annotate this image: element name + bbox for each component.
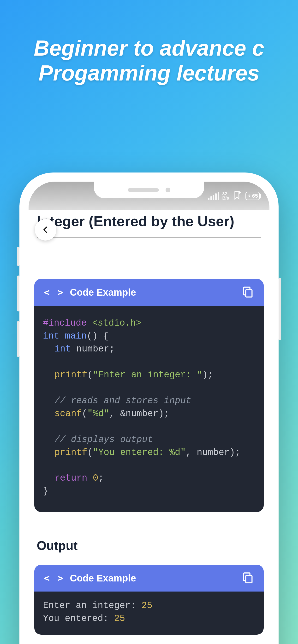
code-line: #include <stdio.h> bbox=[43, 317, 255, 330]
copy-button[interactable] bbox=[242, 286, 254, 299]
code-example-card: < > Code Example #include <stdio.h> i bbox=[34, 279, 264, 512]
code-line bbox=[43, 459, 255, 472]
copy-button[interactable] bbox=[242, 572, 254, 585]
code-line: // displays output bbox=[43, 433, 255, 446]
code-line: int main() { bbox=[43, 330, 255, 342]
code-line bbox=[43, 382, 255, 394]
code-line: printf("Enter an integer: "); bbox=[43, 368, 255, 382]
phone-side-button bbox=[278, 278, 281, 340]
code-line: // reads and stores input bbox=[43, 394, 255, 407]
code-icon: < > bbox=[44, 572, 64, 584]
phone-side-button bbox=[17, 247, 20, 266]
phone-side-button bbox=[17, 321, 20, 357]
back-button[interactable] bbox=[35, 219, 56, 240]
output-line: Enter an integer: 25 bbox=[43, 599, 255, 612]
code-line: return 0; bbox=[43, 472, 255, 485]
code-icon: < > bbox=[44, 287, 64, 298]
svg-rect-0 bbox=[246, 290, 252, 297]
phone-side-button bbox=[17, 276, 20, 312]
code-card-title: Code Example bbox=[70, 573, 136, 584]
code-line: int number; bbox=[43, 342, 255, 356]
code-body[interactable]: #include <stdio.h> int main() { int numb… bbox=[34, 306, 264, 512]
svg-rect-1 bbox=[246, 576, 252, 583]
chevron-left-icon bbox=[42, 226, 50, 234]
copy-icon bbox=[242, 286, 254, 298]
marketing-headline: Beginner to advance c Progamming lecture… bbox=[0, 36, 298, 86]
code-line: scanf("%d", &number); bbox=[43, 407, 255, 420]
code-card-header: < > Code Example bbox=[34, 279, 264, 306]
phone-screen: 32 B/s 65 Integer (Entered by the User) bbox=[29, 182, 269, 644]
page-title: Integer (Entered by the User) bbox=[29, 196, 269, 237]
code-line bbox=[43, 420, 255, 433]
code-line: } bbox=[43, 485, 255, 498]
output-body[interactable]: Enter an integer: 25 You entered: 25 bbox=[34, 592, 264, 635]
code-line: printf("You entered: %d", number); bbox=[43, 446, 255, 459]
code-card-title: Code Example bbox=[70, 287, 136, 298]
output-card: < > Code Example Enter an integer: 25 bbox=[34, 565, 264, 635]
app-content: Integer (Entered by the User) < > Code E… bbox=[29, 182, 269, 644]
copy-icon bbox=[242, 572, 254, 584]
phone-notch bbox=[94, 182, 204, 198]
code-line bbox=[43, 356, 255, 368]
output-line: You entered: 25 bbox=[43, 612, 255, 625]
code-card-header: < > Code Example bbox=[34, 565, 264, 592]
output-heading: Output bbox=[34, 538, 264, 553]
phone-frame: 32 B/s 65 Integer (Entered by the User) bbox=[20, 172, 278, 644]
